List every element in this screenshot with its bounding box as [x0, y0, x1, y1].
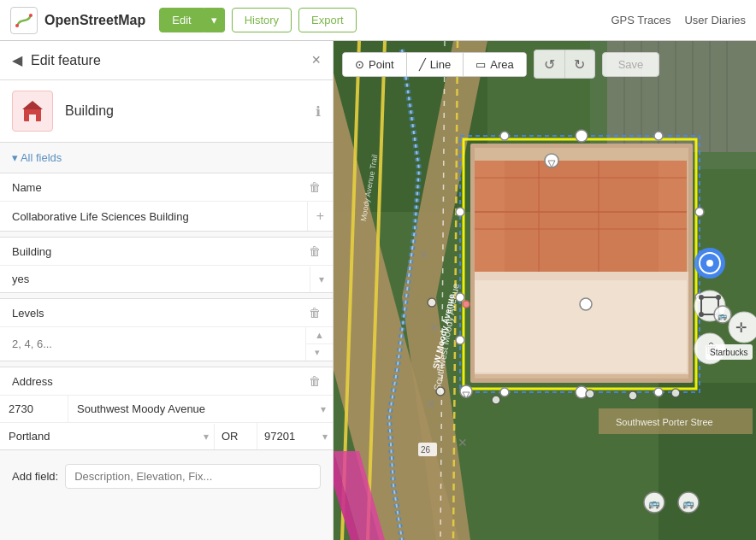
- svg-marker-4: [22, 101, 43, 109]
- svg-point-62: [699, 312, 704, 317]
- all-fields-toggle[interactable]: ▾ All fields: [0, 143, 333, 173]
- edit-button-group: Edit ▾: [159, 8, 224, 32]
- line-icon: ╱: [419, 58, 426, 71]
- undo-button[interactable]: ↺: [534, 50, 564, 79]
- address-zip-input[interactable]: [257, 423, 317, 449]
- map-toolbar: ⊙ Point ╱ Line ▭ Area ↺ ↻ Save: [342, 50, 659, 79]
- building-select-arrow-icon[interactable]: ▾: [310, 267, 333, 292]
- nav-right: GPS Traces User Diaries: [611, 14, 746, 26]
- svg-point-53: [654, 388, 663, 396]
- svg-point-81: [436, 387, 445, 396]
- svg-text:✕: ✕: [458, 436, 468, 449]
- svg-rect-5: [29, 114, 36, 121]
- svg-point-80: [428, 298, 436, 307]
- svg-point-51: [654, 132, 663, 140]
- sidebar-header: ◀ Edit feature ×: [0, 41, 333, 80]
- geometry-type-group: ⊙ Point ╱ Line ▭ Area: [342, 52, 527, 77]
- export-button[interactable]: Export: [298, 8, 357, 32]
- map-canvas[interactable]: Southwest Porter Stree Southwest Moody A…: [334, 41, 756, 540]
- osm-logo-svg: [14, 10, 34, 31]
- feature-icon: [12, 91, 53, 132]
- main-layout: ◀ Edit feature × Building ℹ ▾ All fields…: [0, 41, 756, 540]
- line-label: Line: [430, 58, 452, 71]
- address-city-arrow-icon[interactable]: ▾: [198, 424, 215, 449]
- svg-text:🚌: 🚌: [682, 497, 694, 509]
- svg-text:✕: ✕: [426, 397, 436, 411]
- svg-point-48: [456, 293, 464, 302]
- levels-field-header: Levels 🗑: [0, 299, 333, 327]
- building-field-header: Building 🗑: [0, 238, 333, 266]
- building-select[interactable]: yes no residential commercial: [0, 266, 310, 292]
- gps-traces-link[interactable]: GPS Traces: [611, 14, 670, 26]
- svg-point-45: [576, 130, 588, 142]
- levels-up-button[interactable]: ▲: [306, 327, 333, 344]
- address-city-input[interactable]: [0, 423, 198, 449]
- name-field-header: Name 🗑: [0, 173, 333, 202]
- address-number-input[interactable]: [0, 396, 68, 422]
- svg-point-60: [699, 295, 704, 300]
- navbar: OpenStreetMap Edit ▾ History Export GPS …: [0, 0, 756, 41]
- feature-type-row: Building ℹ: [0, 80, 333, 143]
- svg-point-87: [463, 301, 470, 308]
- redo-button[interactable]: ↻: [564, 50, 595, 79]
- svg-text:Starbucks: Starbucks: [710, 348, 747, 357]
- feature-info-icon[interactable]: ℹ: [316, 103, 321, 120]
- levels-down-button[interactable]: ▾: [306, 344, 333, 361]
- svg-point-1: [15, 24, 19, 27]
- address-state-input[interactable]: [215, 423, 257, 449]
- history-button[interactable]: History: [232, 8, 292, 32]
- svg-point-57: [706, 260, 713, 267]
- svg-point-61: [716, 295, 721, 300]
- name-field-label: Name: [12, 181, 309, 194]
- add-field-label: Add field:: [12, 470, 58, 483]
- svg-point-82: [492, 396, 500, 404]
- svg-text:Southwest Porter Stree: Southwest Porter Stree: [616, 417, 713, 427]
- address-field-group: Address 🗑 ▾ ▾ ▾: [0, 367, 333, 450]
- save-button[interactable]: Save: [602, 52, 660, 77]
- svg-point-84: [629, 391, 637, 400]
- address-zip-arrow-icon[interactable]: ▾: [317, 424, 333, 449]
- logo: OpenStreetMap: [10, 7, 145, 34]
- building-delete-icon[interactable]: 🗑: [309, 244, 321, 258]
- area-button[interactable]: ▭ Area: [464, 53, 525, 76]
- name-input[interactable]: [0, 203, 307, 230]
- svg-point-86: [580, 298, 592, 310]
- name-field-group: Name 🗑 +: [0, 173, 333, 232]
- area-icon: ▭: [475, 58, 486, 71]
- levels-input-row: ▲ ▾: [0, 327, 333, 361]
- svg-text:✕: ✕: [419, 248, 429, 261]
- svg-text:✛: ✛: [735, 320, 747, 335]
- svg-point-83: [586, 390, 594, 398]
- close-button[interactable]: ×: [311, 51, 321, 69]
- address-delete-icon[interactable]: 🗑: [309, 374, 321, 388]
- svg-text:🚌: 🚌: [648, 497, 660, 509]
- svg-rect-9: [659, 383, 756, 540]
- svg-point-46: [695, 208, 704, 216]
- address-number-street-row: ▾: [0, 396, 333, 423]
- map-area[interactable]: ⊙ Point ╱ Line ▭ Area ↺ ↻ Save: [334, 41, 756, 540]
- svg-rect-23: [475, 280, 687, 373]
- edit-button[interactable]: Edit: [159, 8, 204, 32]
- sidebar: ◀ Edit feature × Building ℹ ▾ All fields…: [0, 41, 334, 540]
- logo-icon: [10, 7, 38, 34]
- address-street-input[interactable]: [68, 396, 314, 422]
- address-field-label: Address: [12, 375, 309, 388]
- edit-split-button[interactable]: ▾: [204, 8, 225, 32]
- levels-input[interactable]: [0, 331, 305, 357]
- building-icon-svg: [21, 99, 44, 123]
- point-button[interactable]: ⊙ Point: [343, 53, 407, 76]
- levels-field-group: Levels 🗑 ▲ ▾: [0, 298, 333, 361]
- line-button[interactable]: ╱ Line: [407, 53, 464, 76]
- levels-delete-icon[interactable]: 🗑: [309, 306, 321, 320]
- name-input-row: +: [0, 202, 333, 231]
- name-delete-icon[interactable]: 🗑: [309, 180, 321, 194]
- user-diaries-link[interactable]: User Diaries: [684, 14, 746, 26]
- svg-point-44: [456, 208, 464, 216]
- address-city-state-zip-row: ▾ ▾: [0, 423, 333, 449]
- address-field-header: Address 🗑: [0, 367, 333, 396]
- undo-redo-group: ↺ ↻: [534, 50, 595, 79]
- add-field-input[interactable]: [65, 464, 321, 489]
- back-arrow-icon[interactable]: ◀: [12, 52, 22, 68]
- address-street-arrow-icon[interactable]: ▾: [314, 396, 333, 422]
- name-add-icon[interactable]: +: [307, 202, 333, 231]
